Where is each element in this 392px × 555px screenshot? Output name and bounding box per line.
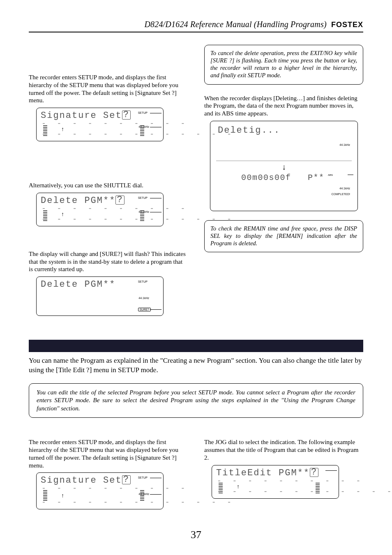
setup-badge: SETUP	[138, 476, 148, 479]
setup-badge: SETUP	[138, 111, 148, 114]
khz-badge: 44.1kHz	[339, 143, 350, 146]
tick-icon	[150, 198, 161, 198]
lcd-dashes-bottom: - - - - - - - - - - - - -	[42, 215, 235, 223]
tick-icon	[150, 113, 161, 113]
left-p1: The recorder enters SETUP mode, and disp…	[29, 74, 188, 104]
header-rule	[29, 32, 363, 32]
lcd-signature-set: Signature Set? - - - - - - - - - - ↑ - -…	[36, 108, 164, 141]
khz-badge: 44.1kHz	[339, 187, 350, 190]
left-p2: Alternatively, you can use the SHUTTLE d…	[29, 182, 188, 189]
tick-icon	[150, 494, 161, 495]
tick-icon	[150, 478, 161, 478]
lcd-delete-pgm-2: Delete PGM** SETUP 44.1kHz SURE?	[36, 276, 164, 316]
right-p1: When the recorder displays [Deleting…] a…	[204, 94, 363, 117]
section-intro: You can name the Program as explained in…	[29, 356, 363, 375]
header-title: D824/D1624 Reference Manual (Handling Pr…	[144, 20, 326, 29]
brand-logo: FOSTEX	[331, 21, 363, 29]
left-column: The recorder enters SETUP mode, and disp…	[29, 45, 188, 323]
cursor-icon: ?	[122, 111, 131, 120]
abs-badge: ABS	[328, 174, 333, 176]
completed-badge: COMPLETED!	[331, 193, 350, 196]
note-remain: To check the REMAIN time and free space,…	[204, 220, 363, 252]
lcd-delete-pgm-1: Delete PGM**? - - - - - - - - - - ↑ - - …	[36, 193, 164, 226]
khz-badge: 44.1kHz	[138, 493, 149, 495]
page-number: 37	[0, 529, 392, 541]
tick-icon	[348, 175, 353, 175]
lcd-dashes-bottom: - - - - - - - - - - - - -	[42, 498, 235, 507]
lcd-deleting: Deletig... 44.1kHz ↓ 00m00s00f P** ABS 4…	[210, 121, 358, 211]
sure-badge: SURE?	[138, 308, 151, 311]
setup-badge: SETUP	[138, 196, 148, 199]
wide-note: You can edit the title of the selected P…	[29, 383, 363, 418]
lcd-dashes-bottom: - - - - - - - - - - - - -	[42, 130, 235, 138]
lcd-dashes-bottom: - - - - - - - - - - - - -	[217, 488, 392, 496]
tick-icon	[150, 212, 161, 212]
lcd-title-edit: TitleEdit PGM**? - - - - - - - - - - ↑ -…	[212, 465, 339, 499]
left-p3: The display will change and [SURE?] will…	[29, 250, 188, 273]
cursor-icon: ?	[115, 196, 124, 205]
lcd-text-top: Deletig...	[218, 125, 280, 136]
bottom-left-p1: The recorder enters SETUP mode, and disp…	[29, 438, 188, 469]
khz-badge: 44.1kHz	[138, 125, 149, 128]
tick-icon	[150, 127, 161, 127]
khz-badge: 44.1kHz	[138, 210, 149, 213]
khz-badge: 44.1kHz	[138, 297, 149, 299]
lcd-signature-set-2: Signature Set? - - - - - - - - - - ↑ - -…	[36, 472, 164, 509]
lcd-text: Delete PGM**	[41, 279, 115, 290]
lcd-text-bottom: 00m00s00f P**	[230, 173, 325, 182]
tick-icon	[325, 470, 337, 471]
lcd-dashes: - - - - - - - - - -	[42, 484, 188, 493]
cursor-icon: ?	[310, 468, 318, 477]
note-cancel: To cancel the delete operation, press th…	[204, 45, 363, 85]
page-header: D824/D1624 Reference Manual (Handling Pr…	[29, 20, 363, 29]
bottom-right-p1: The JOG dial to select the indication. T…	[204, 438, 363, 461]
divider	[216, 161, 352, 161]
arrow-down-icon: ↓	[282, 162, 286, 172]
tick-icon	[150, 309, 161, 310]
bottom-left-column: The recorder enters SETUP mode, and disp…	[29, 438, 188, 517]
cursor-icon: ?	[122, 475, 131, 484]
right-column: To cancel the delete operation, press th…	[204, 45, 363, 323]
setup-badge: SETUP	[138, 280, 148, 283]
section-heading-bar	[29, 340, 363, 352]
